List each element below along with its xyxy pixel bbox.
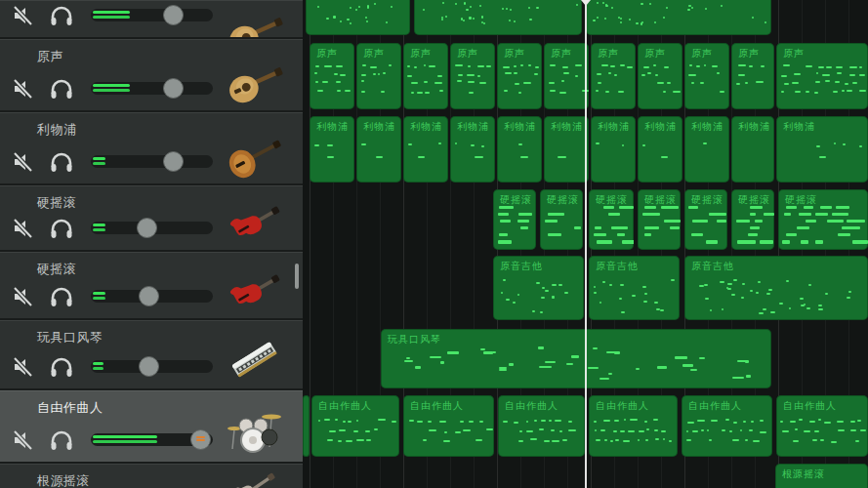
track-row-玩具口风琴[interactable]: 玩具口风琴 bbox=[0, 320, 303, 390]
region-利物浦[interactable]: 利物浦 bbox=[591, 116, 636, 183]
region-玩具口风琴[interactable]: 玩具口风琴 bbox=[381, 329, 771, 388]
region-硬摇滚[interactable]: 硬摇滚 bbox=[778, 189, 868, 250]
region-利物浦[interactable]: 利物浦 bbox=[403, 116, 448, 183]
volume-knob[interactable] bbox=[139, 286, 159, 306]
region-自由作曲人[interactable]: 自由作曲人 bbox=[682, 395, 772, 457]
region-untitled[interactable] bbox=[586, 0, 771, 35]
volume-knob[interactable] bbox=[190, 429, 211, 450]
midi-note bbox=[836, 66, 843, 68]
region-原声[interactable]: 原声 bbox=[638, 43, 682, 109]
track-row-原声[interactable]: 原声 bbox=[0, 39, 303, 112]
track-row-自由作曲人[interactable]: 自由作曲人 bbox=[0, 390, 303, 464]
headphones-monitor-button[interactable] bbox=[49, 77, 74, 101]
region-利物浦[interactable]: 利物浦 bbox=[731, 116, 774, 183]
region-原声[interactable]: 原声 bbox=[450, 43, 495, 109]
region-自由作曲人[interactable]: 自由作曲人 bbox=[311, 395, 399, 457]
region-原声[interactable]: 原声 bbox=[544, 43, 589, 109]
region-硬摇滚[interactable]: 硬摇滚 bbox=[493, 189, 536, 250]
region-利物浦[interactable]: 利物浦 bbox=[776, 116, 868, 183]
region-利物浦[interactable]: 利物浦 bbox=[638, 116, 682, 183]
track-panel-scrollbar[interactable] bbox=[295, 264, 299, 289]
midi-note bbox=[479, 421, 484, 423]
region-原音吉他[interactable]: 原音吉他 bbox=[493, 256, 584, 320]
midi-note bbox=[564, 292, 568, 294]
region-利物浦[interactable]: 利物浦 bbox=[310, 116, 354, 183]
playhead-handle[interactable] bbox=[581, 0, 591, 6]
drum-kit-icon[interactable] bbox=[223, 404, 287, 461]
region-原声[interactable]: 原声 bbox=[591, 43, 636, 109]
track-row-track-1[interactable] bbox=[0, 0, 303, 39]
region-硬摇滚[interactable]: 硬摇滚 bbox=[540, 189, 583, 250]
midi-note bbox=[558, 156, 566, 158]
acoustic-guitar-icon[interactable] bbox=[223, 53, 287, 109]
volume-slider-track[interactable] bbox=[91, 155, 213, 168]
region-根源摇滚[interactable]: 根源摇滚 bbox=[775, 464, 868, 488]
region-untitled[interactable] bbox=[303, 395, 310, 457]
playhead[interactable] bbox=[585, 0, 587, 488]
headphones-monitor-button[interactable] bbox=[49, 355, 74, 379]
region-自由作曲人[interactable]: 自由作曲人 bbox=[776, 395, 868, 457]
harmonica-icon[interactable] bbox=[223, 331, 287, 387]
timeline-area[interactable]: 原声原声原声原声原声原声原声原声原声原声原声利物浦利物浦利物浦利物浦利物浦利物浦… bbox=[303, 0, 868, 488]
mute-button[interactable] bbox=[12, 4, 37, 27]
region-硬摇滚[interactable]: 硬摇滚 bbox=[589, 189, 634, 250]
region-原声[interactable]: 原声 bbox=[731, 43, 774, 109]
headphones-monitor-button[interactable] bbox=[49, 150, 74, 174]
region-原声[interactable]: 原声 bbox=[403, 43, 448, 109]
headphones-monitor-button[interactable] bbox=[49, 217, 74, 240]
region-自由作曲人[interactable]: 自由作曲人 bbox=[498, 395, 585, 457]
region-untitled[interactable] bbox=[414, 0, 582, 35]
region-硬摇滚[interactable]: 硬摇滚 bbox=[731, 189, 774, 250]
region-原音吉他[interactable]: 原音吉他 bbox=[589, 256, 680, 320]
region-原声[interactable]: 原声 bbox=[356, 43, 401, 109]
electric-guitar-red-icon[interactable] bbox=[223, 192, 287, 249]
region-自由作曲人[interactable]: 自由作曲人 bbox=[589, 395, 678, 457]
region-利物浦[interactable]: 利物浦 bbox=[544, 116, 589, 183]
volume-knob[interactable] bbox=[163, 5, 184, 25]
track-row-硬摇滚[interactable]: 硬摇滚 bbox=[0, 252, 303, 320]
region-name-label: 自由作曲人 bbox=[410, 399, 464, 413]
headphones-monitor-button[interactable] bbox=[49, 428, 74, 452]
track-row-硬摇滚[interactable]: 硬摇滚 bbox=[0, 185, 303, 252]
midi-note bbox=[392, 421, 397, 423]
region-untitled[interactable] bbox=[306, 0, 410, 35]
volume-knob[interactable] bbox=[163, 151, 184, 172]
mute-button[interactable] bbox=[12, 355, 37, 379]
violin-bass-icon[interactable] bbox=[223, 126, 287, 183]
volume-knob[interactable] bbox=[137, 218, 157, 238]
mute-button[interactable] bbox=[12, 150, 37, 174]
midi-note bbox=[541, 420, 546, 422]
headphones-monitor-button[interactable] bbox=[49, 4, 74, 27]
region-利物浦[interactable]: 利物浦 bbox=[450, 116, 495, 183]
track-row-根源摇滚[interactable]: 根源摇滚 bbox=[0, 464, 303, 488]
volume-knob[interactable] bbox=[139, 356, 159, 377]
track-row-利物浦[interactable]: 利物浦 bbox=[0, 112, 303, 185]
region-原声[interactable]: 原声 bbox=[310, 43, 354, 109]
region-原音吉他[interactable]: 原音吉他 bbox=[684, 256, 868, 320]
region-原声[interactable]: 原声 bbox=[497, 43, 542, 109]
mute-button[interactable] bbox=[12, 285, 37, 308]
mute-button[interactable] bbox=[12, 217, 37, 240]
region-原声[interactable]: 原声 bbox=[684, 43, 729, 109]
level-meter bbox=[93, 162, 105, 165]
region-硬摇滚[interactable]: 硬摇滚 bbox=[684, 189, 727, 250]
headphones-monitor-button[interactable] bbox=[49, 285, 74, 308]
region-利物浦[interactable]: 利物浦 bbox=[497, 116, 542, 183]
level-meter bbox=[93, 440, 157, 443]
electric-guitar-red-icon[interactable] bbox=[223, 261, 287, 317]
region-原声[interactable]: 原声 bbox=[776, 43, 868, 109]
electric-guitar-neck-icon[interactable] bbox=[223, 467, 287, 488]
midi-note bbox=[709, 439, 712, 441]
region-自由作曲人[interactable]: 自由作曲人 bbox=[403, 395, 494, 457]
mute-button[interactable] bbox=[12, 77, 37, 101]
volume-knob[interactable] bbox=[163, 78, 184, 99]
midi-note bbox=[756, 292, 759, 294]
mute-button[interactable] bbox=[12, 428, 37, 452]
midi-note bbox=[602, 281, 605, 283]
region-利物浦[interactable]: 利物浦 bbox=[356, 116, 401, 183]
midi-note bbox=[480, 348, 485, 350]
region-利物浦[interactable]: 利物浦 bbox=[684, 116, 729, 183]
midi-note bbox=[847, 220, 865, 223]
midi-note bbox=[409, 420, 415, 422]
region-硬摇滚[interactable]: 硬摇滚 bbox=[638, 189, 681, 250]
